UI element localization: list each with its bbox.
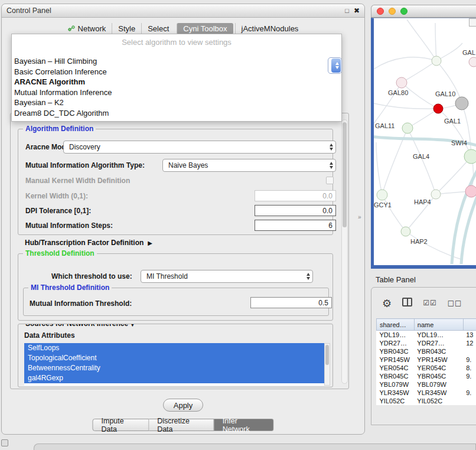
- table-cell[interactable]: [463, 380, 476, 389]
- table-row[interactable]: YER054CYER054C8.: [377, 364, 476, 372]
- table-cell[interactable]: YDL19…: [414, 331, 463, 340]
- manual-kernel-checkbox[interactable]: [326, 177, 334, 184]
- select-all-icon[interactable]: ☑☑: [423, 299, 437, 307]
- network-node[interactable]: [464, 149, 476, 164]
- table-row[interactable]: YDR27…YDR27…12: [377, 339, 476, 347]
- tab-discretize-data[interactable]: Discretize Data: [149, 419, 214, 431]
- table-cell[interactable]: YPR145W: [414, 356, 463, 364]
- close-traffic-light[interactable]: [377, 8, 384, 15]
- network-node[interactable]: [401, 227, 410, 236]
- table-cell[interactable]: YDR27…: [414, 339, 463, 347]
- table-cell[interactable]: YBR043C: [377, 347, 415, 356]
- table-cell[interactable]: YLR345W: [377, 389, 415, 397]
- network-canvas[interactable]: GALGAL80GAL10GAL11GAL1SWI4GAL4GCY1HAP4HA…: [371, 18, 476, 269]
- gear-icon[interactable]: ⚙: [382, 297, 392, 309]
- table-cell[interactable]: 9.: [463, 356, 476, 364]
- tab-infer-network[interactable]: Infer Network: [214, 419, 274, 431]
- table-cell[interactable]: YER054C: [414, 364, 463, 372]
- kernel-width-field[interactable]: 0.0: [255, 190, 336, 201]
- table-cell[interactable]: YBR045C: [414, 372, 463, 380]
- table-row[interactable]: YBR045CYBR045C9.: [377, 372, 476, 380]
- algorithm-option[interactable]: Dream8 DC_TDC Algorithm: [12, 108, 341, 119]
- tab-network[interactable]: Network: [62, 23, 112, 34]
- column-header[interactable]: shared…: [377, 319, 415, 331]
- algorithm-option[interactable]: ARACNE Algorithm: [12, 77, 341, 87]
- scrollbar-corner[interactable]: [469, 18, 476, 27]
- minimized-panel-icon[interactable]: [1, 439, 8, 446]
- network-node[interactable]: [396, 77, 407, 88]
- dpi-tolerance-field[interactable]: 0.0: [255, 205, 336, 216]
- tab-jactivemnodules[interactable]: jActiveMNodules: [235, 23, 305, 34]
- column-header[interactable]: name: [414, 319, 463, 331]
- table-cell[interactable]: YBR045C: [377, 372, 415, 380]
- control-panel-titlebar[interactable]: Control Panel □ ✖: [2, 4, 364, 18]
- network-node[interactable]: [465, 185, 476, 197]
- close-icon[interactable]: ✖: [354, 6, 360, 15]
- scrollbar-thumb[interactable]: [325, 345, 329, 365]
- network-node[interactable]: [402, 123, 413, 133]
- table-cell[interactable]: YIL052C: [414, 397, 463, 405]
- tab-cyni-toolbox[interactable]: Cyni Toolbox: [177, 23, 233, 34]
- network-node[interactable]: [433, 104, 443, 113]
- data-attributes-list[interactable]: SelfLoopsTopologicalCoefficientBetweenne…: [24, 343, 324, 386]
- algorithm-option[interactable]: Mutual Information Inference: [12, 87, 341, 98]
- attribute-item[interactable]: SelfLoops: [24, 343, 324, 353]
- attribute-item[interactable]: gal4RGexp: [24, 373, 324, 383]
- sources-group-title[interactable]: Sources for Network Inference ▼: [23, 324, 137, 328]
- network-node[interactable]: [431, 190, 441, 199]
- attribute-item[interactable]: BetweennessCentrality: [24, 363, 324, 373]
- minimize-traffic-light[interactable]: [389, 8, 396, 15]
- tab-select[interactable]: Select: [141, 23, 175, 34]
- algorithm-option[interactable]: Basic Correlation Inference: [12, 67, 341, 77]
- table-row[interactable]: YLR345WYLR345W9.: [377, 389, 476, 397]
- apply-button[interactable]: Apply: [163, 399, 203, 412]
- table-cell[interactable]: YDR27…: [377, 339, 415, 347]
- network-node[interactable]: [377, 190, 387, 200]
- mi-type-select[interactable]: Naive Bayes: [162, 159, 336, 172]
- tab-style[interactable]: Style: [112, 23, 141, 34]
- table-row[interactable]: YIL052CYIL052C: [377, 397, 476, 405]
- column-header[interactable]: [463, 319, 476, 331]
- algorithm-combobox-button[interactable]: [328, 57, 342, 74]
- table-cell[interactable]: 13: [463, 331, 476, 340]
- table-cell[interactable]: YLR345W: [414, 389, 463, 397]
- table-cell[interactable]: YER054C: [377, 364, 415, 372]
- table-cell[interactable]: [463, 397, 476, 405]
- table-row[interactable]: YBL079WYBL079W: [377, 380, 476, 389]
- algorithm-option[interactable]: Bayesian – Hill Climbing: [12, 56, 341, 67]
- table-cell[interactable]: 9.: [463, 389, 476, 397]
- deselect-all-icon[interactable]: □□: [448, 299, 462, 307]
- aracne-mode-select[interactable]: Discovery: [63, 141, 336, 154]
- table-cell[interactable]: YPR145W: [377, 356, 415, 364]
- panel-resize-handle[interactable]: »: [358, 214, 361, 220]
- tab-impute-data[interactable]: Impute Data: [93, 419, 149, 431]
- table-cell[interactable]: YIL052C: [377, 397, 415, 405]
- columns-icon[interactable]: [402, 298, 412, 308]
- which-threshold-select[interactable]: MI Threshold: [141, 270, 313, 283]
- table-row[interactable]: YPR145WYPR145W9.: [377, 356, 476, 364]
- network-node[interactable]: [469, 57, 476, 67]
- table-cell[interactable]: YBL079W: [377, 380, 415, 389]
- network-window-titlebar[interactable]: [371, 5, 476, 18]
- zoom-traffic-light[interactable]: [400, 8, 407, 15]
- table-cell[interactable]: YBR043C: [414, 347, 463, 356]
- scrollbar-thumb[interactable]: [343, 122, 347, 227]
- algorithm-option[interactable]: Bayesian – K2: [12, 97, 341, 108]
- mi-threshold-field[interactable]: 0.5: [250, 297, 332, 308]
- table-cell[interactable]: [463, 347, 476, 356]
- network-node[interactable]: [455, 97, 468, 110]
- float-window-icon[interactable]: □: [345, 7, 349, 14]
- table-cell[interactable]: 12: [463, 339, 476, 347]
- settings-scrollbar[interactable]: [341, 119, 348, 384]
- attribute-item[interactable]: TopologicalCoefficient: [24, 353, 324, 363]
- mi-steps-field[interactable]: 6: [255, 220, 336, 231]
- table-cell[interactable]: 8.: [463, 364, 476, 372]
- network-node[interactable]: [432, 56, 441, 66]
- hub-definition-expander[interactable]: Hub/Transcription Factor Definition ▶: [25, 239, 152, 247]
- table-cell[interactable]: YDL19…: [377, 331, 415, 340]
- table-cell[interactable]: YBL079W: [414, 380, 463, 389]
- attributes-scrollbar[interactable]: [324, 343, 330, 386]
- table-cell[interactable]: 9.: [463, 372, 476, 380]
- table-row[interactable]: YBR043CYBR043C: [377, 347, 476, 356]
- table-row[interactable]: YDL19…YDL19…13: [377, 331, 476, 340]
